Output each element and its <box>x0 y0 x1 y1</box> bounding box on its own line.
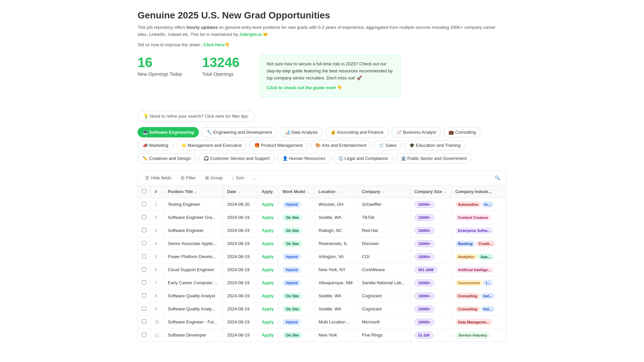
row-checkbox-cell[interactable] <box>138 237 151 250</box>
search-button[interactable]: 🔍 <box>493 173 502 183</box>
company-size-badge: 10000+ <box>415 201 434 208</box>
industry-cell: Artificial Intellige... <box>451 263 506 276</box>
apply-cell[interactable]: Apply <box>257 276 278 289</box>
total-openings: 13246 Total Openings <box>202 55 239 77</box>
industry-cell: AnalyticsApp... <box>451 250 506 263</box>
select-all-checkbox[interactable] <box>142 189 146 193</box>
row-checkbox[interactable] <box>142 241 146 245</box>
apply-link[interactable]: Apply <box>262 319 274 324</box>
th-checkbox[interactable] <box>138 186 151 198</box>
row-checkbox-cell[interactable] <box>138 211 151 224</box>
row-number: 2 <box>151 211 164 224</box>
th-work-model[interactable]: Work Model ⌄ <box>278 186 314 198</box>
row-checkbox[interactable] <box>142 293 146 298</box>
apply-link[interactable]: Apply <box>262 333 274 338</box>
work-model-badge: On Site <box>283 306 303 312</box>
row-checkbox[interactable] <box>142 228 146 232</box>
location-cell: Albuquerque, NM <box>314 276 358 289</box>
th-position-title[interactable]: Position Title ⌄ <box>164 186 223 198</box>
industry-badge: Ind... <box>481 293 495 299</box>
row-checkbox-cell[interactable] <box>138 263 151 276</box>
industry-badge: Service Industry <box>455 332 490 339</box>
category-button-8[interactable]: 🎁 Product Management <box>249 140 308 150</box>
apply-cell[interactable]: Apply <box>257 289 278 302</box>
category-button-4[interactable]: 📈 Business Analyst <box>391 127 441 137</box>
more-button[interactable]: ... <box>250 174 260 182</box>
th-company-size[interactable]: Company Size ⌄ <box>410 186 451 198</box>
row-checkbox-cell[interactable] <box>138 315 151 328</box>
category-button-13[interactable]: 🎧 Customer Service and Support <box>199 153 275 164</box>
row-checkbox[interactable] <box>142 333 146 337</box>
apply-cell[interactable]: Apply <box>257 328 278 342</box>
category-button-5[interactable]: 💼 Consulting <box>443 127 481 137</box>
category-button-6[interactable]: 📣 Marketing <box>138 140 173 150</box>
apply-link[interactable]: Apply <box>262 202 274 207</box>
promo-link[interactable]: Click to check out the guide now! 👇 <box>267 85 342 90</box>
apply-cell[interactable]: Apply <box>257 224 278 237</box>
category-button-2[interactable]: 📊 Data Analysis <box>280 127 323 137</box>
th-company[interactable]: Company ⌄ <box>358 186 411 198</box>
category-button-11[interactable]: 🎓 Education and Training <box>404 140 466 150</box>
apply-link[interactable]: Apply <box>262 241 274 246</box>
work-model-cell: On Site <box>278 224 314 237</box>
th-date[interactable]: Date ⌄ <box>223 186 257 198</box>
industry-badge: App... <box>478 254 494 260</box>
apply-link[interactable]: Apply <box>262 280 274 285</box>
row-checkbox[interactable] <box>142 280 146 285</box>
category-button-0[interactable]: 💻 Software Engineering <box>138 127 199 137</box>
hide-fields-button[interactable]: ☰ Hide fields <box>142 174 175 182</box>
apply-cell[interactable]: Apply <box>257 211 278 224</box>
apply-link[interactable]: Apply <box>262 306 274 311</box>
industry-cell: Service Industry <box>451 328 506 342</box>
th-apply[interactable]: Apply <box>257 186 278 198</box>
row-checkbox-cell[interactable] <box>138 198 151 211</box>
category-button-1[interactable]: 🔧 Engineering and Development <box>202 127 277 137</box>
promo-box: Not sure how to secure a full-time role … <box>260 55 400 97</box>
category-button-16[interactable]: 🏛️ Public Sector and Government <box>396 153 472 164</box>
row-checkbox[interactable] <box>142 306 146 311</box>
apply-cell[interactable]: Apply <box>257 263 278 276</box>
row-number: 6 <box>151 263 164 276</box>
company-size-cell: 10000+ <box>410 250 451 263</box>
group-button[interactable]: ⊞ Group <box>202 174 226 182</box>
row-checkbox-cell[interactable] <box>138 250 151 263</box>
th-company-industry[interactable]: Company Industr... <box>451 186 506 198</box>
apply-cell[interactable]: Apply <box>257 315 278 328</box>
apply-link[interactable]: Apply <box>262 254 274 259</box>
th-location[interactable]: Location ⌄ <box>314 186 358 198</box>
row-checkbox-cell[interactable] <box>138 289 151 302</box>
sort-label: Sort <box>236 175 244 180</box>
filter-tip-button[interactable]: 💡 Need to refine your search? Click here… <box>138 111 255 122</box>
apply-cell[interactable]: Apply <box>257 198 278 211</box>
category-button-15[interactable]: ⚖️ Legal and Compliance <box>333 153 393 164</box>
filter-button[interactable]: ⊟ Filter <box>177 174 199 182</box>
apply-link[interactable]: Apply <box>262 215 274 220</box>
row-checkbox[interactable] <box>142 319 146 324</box>
sort-button[interactable]: ↕ Sort <box>229 174 247 182</box>
jobright-link[interactable]: Jobright.ai.🤝 <box>239 32 268 37</box>
apply-link[interactable]: Apply <box>262 293 274 298</box>
feedback-link[interactable]: Click Here👇 <box>204 42 230 47</box>
category-button-10[interactable]: 🛒 Sales <box>374 140 401 150</box>
row-checkbox-cell[interactable] <box>138 328 151 342</box>
category-button-9[interactable]: 🎨 Arts and Entertainment <box>310 140 371 150</box>
row-checkbox[interactable] <box>142 215 146 219</box>
row-checkbox[interactable] <box>142 254 146 258</box>
row-checkbox[interactable] <box>142 202 146 206</box>
category-button-14[interactable]: 👤 Human Resources <box>277 153 330 164</box>
table-row: 11 Software Developer 2024-08-19 Apply O… <box>138 328 506 342</box>
apply-link[interactable]: Apply <box>262 228 274 233</box>
industry-cell: ConsultingInd... <box>451 302 506 315</box>
apply-cell[interactable]: Apply <box>257 250 278 263</box>
category-button-3[interactable]: 💰 Accounting and Finance <box>325 127 388 137</box>
apply-link[interactable]: Apply <box>262 267 274 272</box>
row-checkbox-cell[interactable] <box>138 276 151 289</box>
work-model-badge: On Site <box>283 293 303 299</box>
row-checkbox-cell[interactable] <box>138 302 151 315</box>
row-checkbox[interactable] <box>142 267 146 272</box>
apply-cell[interactable]: Apply <box>257 237 278 250</box>
category-button-7[interactable]: ⭐ Management and Executive <box>176 140 247 150</box>
row-checkbox-cell[interactable] <box>138 224 151 237</box>
apply-cell[interactable]: Apply <box>257 302 278 315</box>
category-button-12[interactable]: ✏️ Creatives and Design <box>138 153 196 164</box>
